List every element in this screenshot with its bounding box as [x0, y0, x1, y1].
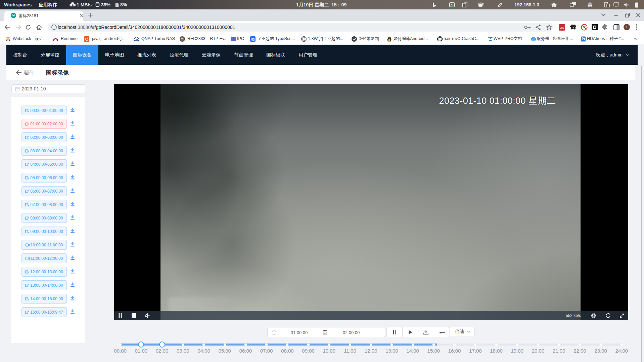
svg-text:C: C: [85, 37, 88, 42]
svg-text:JS: JS: [560, 26, 564, 30]
svg-text:知: 知: [251, 37, 255, 41]
